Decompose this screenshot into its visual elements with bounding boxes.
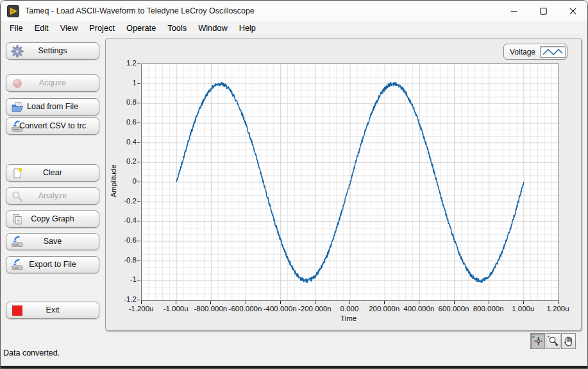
x-tick-label: 1.200u bbox=[535, 305, 581, 313]
menu-edit[interactable]: Edit bbox=[29, 22, 54, 34]
y-tick-label: 0.8 bbox=[107, 98, 137, 106]
load-from-file-label: Load from File bbox=[6, 99, 99, 115]
close-button[interactable] bbox=[558, 1, 587, 21]
cursor-tool-button[interactable] bbox=[530, 333, 545, 349]
x-tick-mark bbox=[384, 301, 385, 304]
menu-help[interactable]: Help bbox=[234, 22, 261, 34]
save-button[interactable]: Save bbox=[6, 233, 99, 250]
menu-tools[interactable]: Tools bbox=[162, 22, 192, 34]
y-tick-mark bbox=[137, 123, 140, 123]
app-window: Tameq - Load ASCII-Waveform to Teledyne … bbox=[0, 0, 588, 369]
minimize-icon bbox=[510, 8, 517, 15]
x-tick-mark bbox=[210, 301, 211, 304]
clear-label: Clear bbox=[6, 165, 99, 181]
minimize-button[interactable] bbox=[499, 1, 528, 21]
y-tick-mark bbox=[137, 221, 140, 221]
waveform-line-icon bbox=[542, 47, 564, 56]
menu-bar: File Edit View Project Operate Tools Win… bbox=[1, 21, 587, 35]
x-tick-mark bbox=[558, 301, 559, 304]
y-tick-mark bbox=[137, 182, 140, 182]
window-bottom-edge bbox=[1, 366, 587, 368]
legend-line-swatch bbox=[540, 46, 566, 58]
convert-csv-label: Convert CSV to trc bbox=[6, 118, 99, 134]
y-tick-label: 1 bbox=[107, 79, 137, 87]
x-tick-mark bbox=[419, 301, 419, 304]
analyze-label: Analyze bbox=[6, 188, 99, 204]
y-tick-label: -0.4 bbox=[107, 216, 137, 224]
export-to-file-button[interactable]: Export to File bbox=[6, 256, 99, 273]
y-tick-mark bbox=[137, 83, 140, 84]
y-tick-mark bbox=[137, 300, 140, 300]
crosshair-icon bbox=[532, 335, 544, 347]
y-tick-label: -1 bbox=[107, 275, 137, 283]
settings-label: Settings bbox=[6, 43, 99, 59]
legend-label: Voltage bbox=[510, 47, 535, 56]
y-tick-mark bbox=[137, 64, 140, 64]
waveform-plot bbox=[142, 64, 559, 300]
acquire-button: Acquire bbox=[6, 74, 99, 92]
x-tick-mark bbox=[176, 301, 176, 304]
export-to-file-label: Export to File bbox=[6, 257, 99, 273]
y-tick-label: -0.8 bbox=[107, 256, 137, 264]
y-tick-label: 0 bbox=[107, 177, 137, 185]
zoom-magnifier-icon bbox=[547, 335, 559, 347]
y-tick-mark bbox=[137, 202, 140, 202]
menu-file[interactable]: File bbox=[4, 22, 28, 34]
copy-graph-label: Copy Graph bbox=[6, 211, 99, 227]
analyze-button: Analyze bbox=[6, 187, 99, 205]
y-tick-label: -0.2 bbox=[107, 197, 137, 205]
settings-button[interactable]: Settings bbox=[6, 42, 99, 60]
menu-operate[interactable]: Operate bbox=[121, 22, 161, 34]
copy-graph-button[interactable]: Copy Graph bbox=[6, 210, 99, 228]
y-tick-mark bbox=[137, 162, 140, 162]
exit-label: Exit bbox=[6, 302, 99, 318]
graph-palette bbox=[530, 333, 576, 349]
labview-icon bbox=[7, 5, 19, 17]
convert-csv-button[interactable]: Convert CSV to trc bbox=[6, 117, 99, 135]
maximize-icon bbox=[540, 8, 547, 15]
x-tick-mark bbox=[523, 301, 524, 304]
y-tick-mark bbox=[137, 103, 140, 103]
x-tick-mark bbox=[315, 301, 315, 304]
pan-tool-button[interactable] bbox=[561, 333, 576, 349]
y-tick-label: -1.2 bbox=[107, 295, 137, 303]
plot-area[interactable] bbox=[141, 64, 559, 301]
title-bar: Tameq - Load ASCII-Waveform to Teledyne … bbox=[1, 1, 587, 21]
plot-legend[interactable]: Voltage bbox=[503, 44, 567, 60]
clear-button[interactable]: Clear bbox=[6, 164, 99, 182]
maximize-button[interactable] bbox=[528, 1, 558, 21]
x-tick-mark bbox=[246, 301, 246, 304]
menu-window[interactable]: Window bbox=[193, 22, 233, 34]
save-label: Save bbox=[6, 234, 99, 250]
y-tick-mark bbox=[137, 280, 140, 280]
y-tick-label: 0.2 bbox=[107, 157, 137, 165]
y-tick-mark bbox=[137, 142, 140, 143]
zoom-tool-button[interactable] bbox=[546, 333, 560, 349]
y-tick-mark bbox=[137, 241, 140, 241]
menu-view[interactable]: View bbox=[55, 22, 83, 34]
menu-project[interactable]: Project bbox=[84, 22, 120, 34]
x-axis-title: Time bbox=[340, 314, 357, 322]
x-tick-mark bbox=[349, 301, 350, 304]
x-tick-mark bbox=[454, 301, 455, 304]
close-icon bbox=[569, 8, 576, 15]
status-message: Data converted. bbox=[3, 348, 60, 357]
acquire-label: Acquire bbox=[6, 75, 99, 91]
window-title: Tameq - Load ASCII-Waveform to Teledyne … bbox=[25, 6, 255, 15]
load-from-file-button[interactable]: Load from File bbox=[6, 98, 99, 116]
x-tick-mark bbox=[280, 301, 281, 304]
y-tick-label: 0.4 bbox=[107, 138, 137, 146]
waveform-graph: Amplitude Time 1.210.80.60.40.20-0.2-0.4… bbox=[105, 38, 582, 330]
exit-button[interactable]: Exit bbox=[6, 302, 99, 319]
window-controls bbox=[499, 1, 587, 21]
y-tick-label: 1.2 bbox=[107, 59, 137, 67]
hand-icon bbox=[562, 335, 575, 347]
x-tick-mark bbox=[489, 301, 489, 304]
y-tick-label: -0.6 bbox=[107, 236, 137, 244]
x-tick-mark bbox=[141, 301, 142, 304]
y-tick-mark bbox=[137, 261, 140, 261]
y-tick-label: 0.6 bbox=[107, 118, 137, 126]
